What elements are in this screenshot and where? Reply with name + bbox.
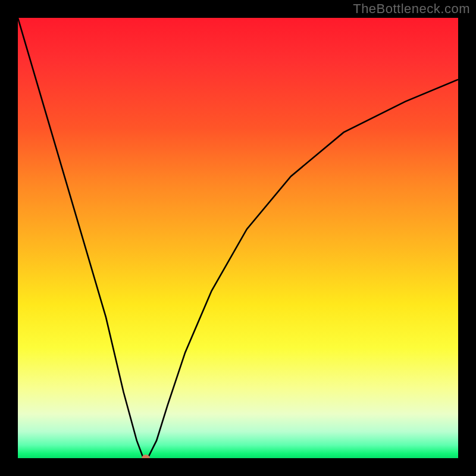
curve-svg	[18, 18, 458, 458]
watermark-text: TheBottleneck.com	[353, 1, 470, 17]
minimum-marker	[142, 455, 150, 458]
plot-area	[18, 18, 458, 458]
bottleneck-curve	[18, 18, 458, 458]
chart-frame: TheBottleneck.com	[0, 0, 476, 476]
